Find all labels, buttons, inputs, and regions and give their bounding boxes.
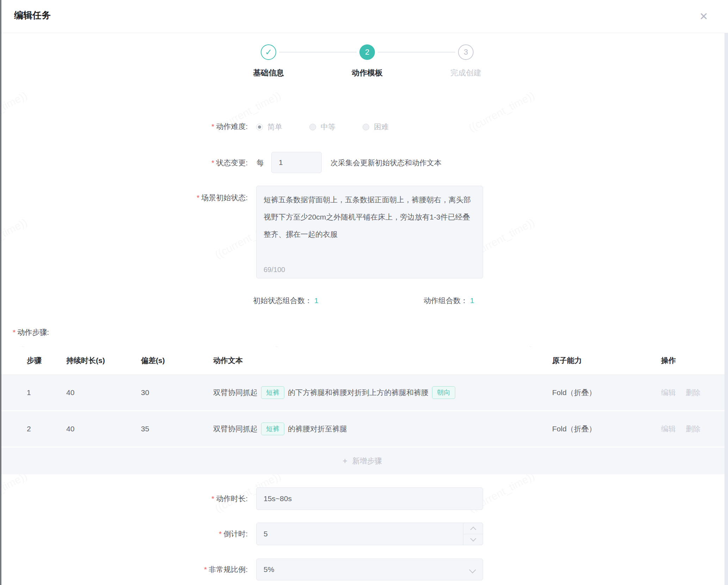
- state-change-prefix: 每: [257, 158, 264, 168]
- radio-medium-label: 中等: [321, 122, 335, 132]
- row-ability: Fold（折叠）: [552, 411, 596, 447]
- state-change-suffix: 次采集会更新初始状态和动作文本: [331, 158, 442, 168]
- delete-link[interactable]: 删除: [686, 388, 701, 398]
- table-row: 2 40 35 双臂协同抓起 短裤 的裤腰对折至裤腿 Fold（折叠） 编辑 删…: [0, 411, 724, 447]
- required-asterisk: *: [13, 328, 16, 336]
- action-steps-table: 步骤 持续时长(s) 偏差(s) 动作文本 原子能力 操作 1 40 30 双臂…: [0, 347, 724, 474]
- stepper-connector: [279, 52, 357, 53]
- row-duration: 40: [66, 411, 74, 447]
- row-deviation: 35: [141, 411, 149, 447]
- action-combo-count: 动作组合数：1: [424, 295, 474, 306]
- state-change-input[interactable]: [271, 152, 322, 173]
- table-header-row: 步骤 持续时长(s) 偏差(s) 动作文本 原子能力 操作: [0, 347, 724, 375]
- step-2-circle[interactable]: 2: [359, 44, 375, 60]
- required-asterisk: *: [204, 565, 207, 573]
- increase-button[interactable]: [463, 523, 483, 534]
- required-asterisk: *: [211, 159, 214, 167]
- char-counter: 69/100: [264, 266, 285, 274]
- action-steps-label: *动作步骤:: [13, 327, 49, 338]
- unusual-ratio-label: *非常规比例:: [0, 564, 248, 575]
- row-actions: 编辑 删除: [661, 411, 710, 447]
- edit-link[interactable]: 编辑: [661, 388, 676, 398]
- radio-circle-icon: [309, 124, 316, 130]
- row-action-text: 双臂协同抓起 短裤 的裤腰对折至裤腿: [213, 411, 347, 447]
- row-action-text: 双臂协同抓起 短裤 的下方裤腿和裤腰对折到上方的裤腿和裤腰 朝向: [213, 375, 459, 410]
- chevron-down-icon: [469, 566, 476, 573]
- table-row: 1 40 30 双臂协同抓起 短裤 的下方裤腿和裤腰对折到上方的裤腿和裤腰 朝向…: [0, 375, 724, 410]
- row-step: 2: [27, 411, 31, 447]
- radio-hard[interactable]: 困难: [363, 122, 389, 132]
- step-3-label: 完成创建: [438, 68, 494, 78]
- edit-task-dialog: ((current_time))((current_time))((curren…: [0, 0, 728, 585]
- unusual-ratio-select[interactable]: 5%: [256, 559, 483, 580]
- row-ability: Fold（折叠）: [552, 375, 596, 410]
- add-step-button[interactable]: + 新增步骤: [0, 448, 724, 474]
- col-ability: 原子能力: [552, 356, 582, 365]
- initial-state-combo-count: 初始状态组合数：1: [253, 295, 319, 306]
- stepper-connector: [378, 52, 455, 53]
- col-deviation: 偏差(s): [141, 356, 165, 365]
- object-tag: 短裤: [261, 386, 284, 399]
- add-step-label: 新增步骤: [352, 456, 382, 466]
- state-change-label: *状态变更:: [0, 158, 248, 168]
- unusual-ratio-value: 5%: [264, 565, 274, 574]
- radio-easy[interactable]: 简单: [256, 122, 282, 132]
- step-3-circle[interactable]: 3: [458, 44, 474, 60]
- countdown-spinner: [463, 523, 483, 545]
- col-action-text: 动作文本: [213, 356, 243, 365]
- initial-combo-value: 1: [314, 296, 319, 304]
- step-1-label: 基础信息: [240, 68, 297, 78]
- scene-initial-state-value: 短裤五条数据背面朝上，五条数据正面朝上，裤腰朝右，离头部视野下方至少20cm之外…: [257, 186, 483, 243]
- radio-circle-icon: [256, 124, 263, 130]
- scene-initial-state-label: *场景初始状态:: [0, 192, 248, 203]
- countdown-label: *倒计时:: [0, 529, 248, 539]
- dialog-title: 编辑任务: [14, 9, 51, 21]
- row-actions: 编辑 删除: [661, 375, 710, 410]
- dialog-header: 编辑任务 ✕: [0, 0, 728, 33]
- col-duration: 持续时长(s): [66, 356, 105, 365]
- step-2-label: 动作模板: [339, 68, 395, 78]
- plus-icon: +: [343, 456, 347, 466]
- step-1-check-icon[interactable]: ✓: [261, 44, 276, 60]
- page-left-edge: [0, 0, 1, 585]
- chevron-down-icon: [470, 535, 476, 541]
- col-step: 步骤: [27, 356, 42, 365]
- required-asterisk: *: [219, 530, 222, 538]
- action-duration-label: *动作时长:: [0, 493, 248, 504]
- object-tag: 短裤: [261, 423, 284, 435]
- chevron-up-icon: [470, 526, 476, 532]
- decrease-button[interactable]: [463, 534, 483, 545]
- col-operation: 操作: [661, 356, 676, 365]
- countdown-input[interactable]: [256, 523, 483, 545]
- radio-medium[interactable]: 中等: [309, 122, 335, 132]
- action-combo-value: 1: [470, 296, 474, 304]
- radio-easy-label: 简单: [267, 122, 282, 132]
- scene-initial-state-textarea[interactable]: 短裤五条数据背面朝上，五条数据正面朝上，裤腰朝右，离头部视野下方至少20cm之外…: [256, 186, 483, 278]
- action-duration-input[interactable]: [256, 487, 483, 510]
- required-asterisk: *: [211, 494, 214, 503]
- close-icon[interactable]: ✕: [696, 8, 711, 24]
- required-asterisk: *: [211, 122, 214, 130]
- radio-hard-label: 困难: [374, 122, 389, 132]
- required-asterisk: *: [197, 193, 199, 202]
- difficulty-label: *动作难度:: [0, 121, 248, 132]
- row-duration: 40: [66, 375, 74, 410]
- page-right-edge: [724, 33, 728, 585]
- row-deviation: 30: [141, 375, 149, 410]
- edit-link[interactable]: 编辑: [661, 424, 676, 434]
- orientation-tag: 朝向: [432, 386, 455, 399]
- radio-circle-icon: [363, 124, 369, 130]
- row-step: 1: [27, 375, 31, 410]
- delete-link[interactable]: 删除: [686, 424, 701, 434]
